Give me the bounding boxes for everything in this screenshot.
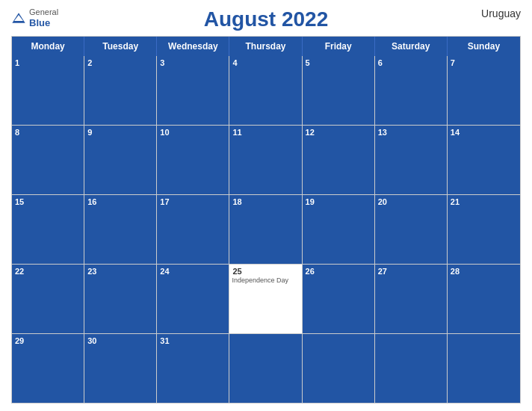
day-cell-9: 9 [84,126,157,194]
logo: General Blue [11,7,58,29]
day-cell-28: 28 [448,265,520,333]
day-number: 24 [160,267,169,276]
day-number: 18 [232,197,241,206]
day-cell-16: 16 [84,195,157,264]
header-saturday: Saturday [375,37,448,56]
day-cell-6: 6 [375,56,448,125]
day-cell-25: 25Independence Day [229,265,302,333]
header-thursday: Thursday [229,37,302,56]
day-cell-21: 21 [448,195,520,264]
day-number: 9 [87,128,92,137]
day-number: 5 [306,58,310,67]
day-number: 26 [306,267,315,276]
day-cell-19: 19 [303,195,375,264]
day-number: 28 [451,267,460,276]
day-number: 3 [160,58,164,67]
day-cell-22: 22 [12,265,84,333]
day-cell-18: 18 [229,195,302,264]
day-cell-24: 24 [157,265,229,333]
day-cell-20: 20 [375,195,448,264]
logo-icon [11,12,26,24]
calendar-page: General Blue August 2022 Uruguay Monday … [0,0,532,411]
day-cell-2: 2 [84,56,157,125]
day-number: 2 [87,58,92,67]
day-cell-26: 26 [303,265,375,333]
day-number: 29 [15,336,24,345]
day-cell-14: 14 [448,126,520,194]
day-cell-10: 10 [157,126,229,194]
weeks-container: 1234567891011121314151617181920212223242… [12,56,520,403]
header-sunday: Sunday [448,37,520,56]
day-number: 27 [378,267,387,276]
day-number: 20 [378,197,387,206]
day-number: 14 [451,128,460,137]
day-number: 17 [160,197,169,206]
day-cell-empty [303,334,375,403]
day-number: 23 [87,267,96,276]
logo-blue-text: Blue [29,17,58,29]
day-number: 10 [160,128,169,137]
day-cell-empty [375,334,448,403]
day-cell-13: 13 [375,126,448,194]
day-cell-23: 23 [84,265,157,333]
day-number: 21 [451,197,460,206]
day-cell-4: 4 [229,56,302,125]
calendar-title: August 2022 [204,7,329,31]
week-row-4: 22232425Independence Day262728 [12,265,520,334]
day-cell-1: 1 [12,56,84,125]
header-wednesday: Wednesday [157,37,229,56]
day-cell-29: 29 [12,334,84,403]
day-number: 12 [306,128,315,137]
day-number: 13 [378,128,387,137]
day-cell-30: 30 [84,334,157,403]
day-cell-15: 15 [12,195,84,264]
week-row-2: 891011121314 [12,126,520,195]
day-cell-8: 8 [12,126,84,194]
day-number: 4 [232,58,237,67]
day-number: 16 [87,197,96,206]
day-number: 6 [378,58,383,67]
header-friday: Friday [303,37,375,56]
day-cell-11: 11 [229,126,302,194]
day-number: 11 [232,128,241,137]
day-cell-7: 7 [448,56,520,125]
day-number: 15 [15,197,24,206]
day-cell-5: 5 [303,56,375,125]
header: General Blue August 2022 Uruguay [11,7,521,31]
week-row-1: 1234567 [12,56,520,126]
day-number: 1 [15,58,19,67]
day-cell-empty [229,334,302,403]
event-label: Independence Day [232,276,288,285]
day-number: 31 [160,336,169,345]
day-number: 30 [87,336,96,345]
day-number: 8 [15,128,19,137]
logo-general-text: General [29,7,58,17]
week-row-3: 15161718192021 [12,195,520,265]
day-cell-empty [448,334,520,403]
country-label: Uruguay [481,7,521,19]
day-number: 22 [15,267,24,276]
day-headers-row: Monday Tuesday Wednesday Thursday Friday… [12,37,520,56]
day-cell-17: 17 [157,195,229,264]
day-cell-31: 31 [157,334,229,403]
week-row-5: 293031 [12,334,520,403]
day-number: 25 [232,267,241,276]
calendar-grid: Monday Tuesday Wednesday Thursday Friday… [11,36,521,404]
day-cell-27: 27 [375,265,448,333]
header-tuesday: Tuesday [84,37,157,56]
header-monday: Monday [12,37,84,56]
day-number: 19 [306,197,315,206]
day-cell-3: 3 [157,56,229,125]
day-cell-12: 12 [303,126,375,194]
day-number: 7 [451,58,455,67]
